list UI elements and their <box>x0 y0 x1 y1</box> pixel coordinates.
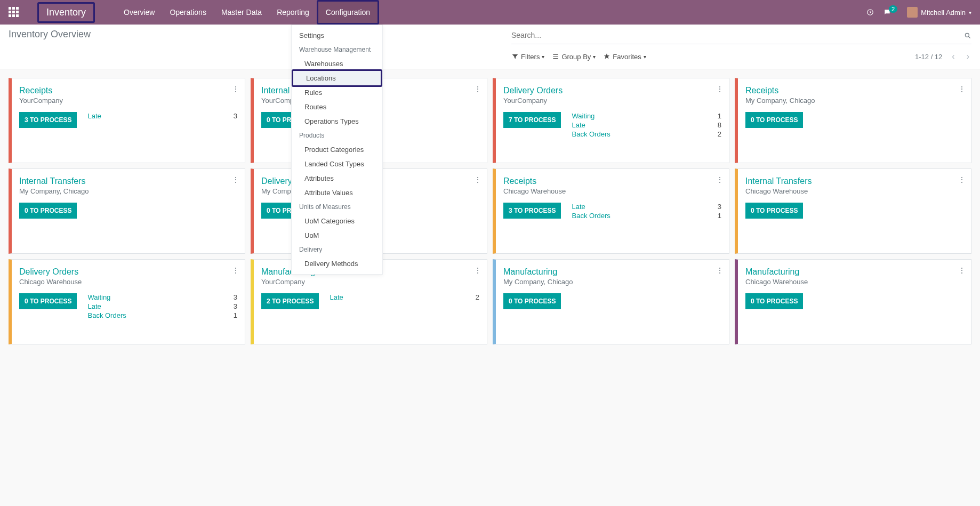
kanban-card[interactable]: ⋮Delivery OrdersYourCompany7 TO PROCESSW… <box>493 78 729 163</box>
stat-count: 1 <box>234 311 237 319</box>
card-menu-icon[interactable]: ⋮ <box>232 85 239 93</box>
stat-label: Late <box>87 112 101 120</box>
stat-count: 2 <box>476 293 479 301</box>
card-menu-icon[interactable]: ⋮ <box>958 175 966 184</box>
kanban-card[interactable]: ⋮ReceiptsChicago Warehouse3 TO PROCESSLa… <box>493 168 729 254</box>
activity-icon[interactable] <box>866 9 874 16</box>
search-input[interactable] <box>511 29 964 42</box>
stat-row[interactable]: Late2 <box>330 293 479 301</box>
stat-count: 3 <box>234 293 237 301</box>
stat-row[interactable]: Late8 <box>572 121 721 129</box>
nav-item-overview[interactable]: Overview <box>116 0 162 25</box>
card-menu-icon[interactable]: ⋮ <box>716 266 724 275</box>
chevron-down-icon: ▾ <box>542 54 544 60</box>
stat-row[interactable]: Late3 <box>572 203 721 211</box>
stat-row[interactable]: Back Orders2 <box>572 130 721 138</box>
favorites-button[interactable]: Favorites ▾ <box>603 53 646 61</box>
card-menu-icon[interactable]: ⋮ <box>232 266 239 275</box>
kanban-card[interactable]: ⋮ReceiptsYourCompany3 TO PROCESSLate3 <box>9 78 245 163</box>
process-button[interactable]: 2 TO PROCESS <box>261 293 319 309</box>
dropdown-item-delivery-methods[interactable]: Delivery Methods <box>292 256 382 271</box>
card-menu-icon[interactable]: ⋮ <box>716 85 724 93</box>
card-title: Internal Transfers <box>745 176 963 186</box>
nav-item-master-data[interactable]: Master Data <box>214 0 269 25</box>
funnel-icon <box>511 53 519 60</box>
pager-next-icon[interactable]: › <box>965 50 971 63</box>
nav-item-reporting[interactable]: Reporting <box>269 0 317 25</box>
process-button[interactable]: 0 TO PROCESS <box>19 293 77 309</box>
stat-label: Late <box>87 302 101 310</box>
brand-title[interactable]: Inventory <box>37 2 95 23</box>
card-company: Chicago Warehouse <box>503 187 721 195</box>
stat-label: Back Orders <box>572 130 610 138</box>
card-menu-icon[interactable]: ⋮ <box>474 266 481 275</box>
process-button[interactable]: 0 TO PROCESS <box>19 203 77 219</box>
stat-row[interactable]: Waiting3 <box>87 293 237 301</box>
stat-label: Waiting <box>87 293 110 301</box>
messaging-icon[interactable]: 2 <box>883 9 897 16</box>
user-name: Mitchell Admin <box>921 9 966 17</box>
chevron-down-icon: ▾ <box>593 54 596 60</box>
dropdown-item-attributes[interactable]: Attributes <box>292 171 382 186</box>
stat-row[interactable]: Late3 <box>87 302 237 310</box>
search-icon[interactable] <box>964 31 971 39</box>
groupby-button[interactable]: Group By ▾ <box>552 53 596 61</box>
process-button[interactable]: 0 TO PROCESS <box>745 112 803 128</box>
card-menu-icon[interactable]: ⋮ <box>958 85 966 93</box>
stat-count: 2 <box>718 130 721 138</box>
dropdown-item-product-categories[interactable]: Product Categories <box>292 142 382 157</box>
kanban-board: ⋮ReceiptsYourCompany3 TO PROCESSLate3⋮In… <box>0 69 980 353</box>
avatar <box>907 7 918 18</box>
stat-row[interactable]: Back Orders1 <box>572 212 721 220</box>
kanban-card[interactable]: ⋮Internal TransfersMy Company, Chicago0 … <box>9 168 245 254</box>
nav-item-operations[interactable]: Operations <box>162 0 213 25</box>
control-panel: Inventory Overview Filters ▾ Group By ▾ … <box>0 25 980 69</box>
user-menu[interactable]: Mitchell Admin ▾ <box>907 7 971 18</box>
kanban-card[interactable]: ⋮Delivery OrdersChicago Warehouse0 TO PR… <box>9 259 245 344</box>
stat-label: Back Orders <box>87 311 126 319</box>
process-button[interactable]: 0 TO PROCESS <box>503 293 561 309</box>
dropdown-header: Warehouse Management <box>292 43 382 57</box>
card-company: Chicago Warehouse <box>745 187 963 195</box>
stat-row[interactable]: Waiting1 <box>572 112 721 120</box>
dropdown-item-locations[interactable]: Locations <box>292 69 382 87</box>
card-menu-icon[interactable]: ⋮ <box>958 266 966 275</box>
dropdown-item-landed-cost-types[interactable]: Landed Cost Types <box>292 157 382 171</box>
kanban-card[interactable]: ⋮ManufacturingChicago Warehouse0 TO PROC… <box>735 259 971 344</box>
stat-count: 1 <box>718 212 721 220</box>
dropdown-item-rules[interactable]: Rules <box>292 85 382 100</box>
kanban-card[interactable]: ⋮ReceiptsMy Company, Chicago0 TO PROCESS <box>735 78 971 163</box>
stat-label: Waiting <box>572 112 595 120</box>
card-company: My Company, Chicago <box>745 97 963 105</box>
card-menu-icon[interactable]: ⋮ <box>474 175 481 184</box>
dropdown-item-warehouses[interactable]: Warehouses <box>292 57 382 71</box>
navbar: Inventory OverviewOperationsMaster DataR… <box>0 0 980 25</box>
apps-icon[interactable] <box>9 7 19 18</box>
nav-item-configuration[interactable]: Configuration <box>317 0 379 25</box>
dropdown-item-attribute-values[interactable]: Attribute Values <box>292 186 382 200</box>
card-title: Manufacturing <box>745 267 963 277</box>
kanban-card[interactable]: ⋮ManufacturingMy Company, Chicago0 TO PR… <box>493 259 729 344</box>
card-stats: Waiting1Late8Back Orders2 <box>572 112 721 138</box>
pager-prev-icon[interactable]: ‹ <box>950 50 957 63</box>
card-menu-icon[interactable]: ⋮ <box>716 175 724 184</box>
card-menu-icon[interactable]: ⋮ <box>474 85 481 93</box>
process-button[interactable]: 0 TO PROCESS <box>745 203 803 219</box>
dropdown-item-uom[interactable]: UoM <box>292 228 382 243</box>
card-stats <box>572 293 721 309</box>
kanban-card[interactable]: ⋮Internal TransfersChicago Warehouse0 TO… <box>735 168 971 254</box>
card-stats <box>814 112 963 128</box>
dropdown-item-settings[interactable]: Settings <box>292 28 382 43</box>
dropdown-item-operations-types[interactable]: Operations Types <box>292 114 382 128</box>
process-button[interactable]: 7 TO PROCESS <box>503 112 561 128</box>
dropdown-item-uom-categories[interactable]: UoM Categories <box>292 214 382 228</box>
stat-row[interactable]: Back Orders1 <box>87 311 237 319</box>
process-button[interactable]: 3 TO PROCESS <box>19 112 77 128</box>
card-menu-icon[interactable]: ⋮ <box>232 175 239 184</box>
filters-button[interactable]: Filters ▾ <box>511 53 544 61</box>
card-company: YourCompany <box>19 97 237 105</box>
stat-row[interactable]: Late3 <box>87 112 237 120</box>
process-button[interactable]: 0 TO PROCESS <box>745 293 803 309</box>
dropdown-item-routes[interactable]: Routes <box>292 100 382 114</box>
process-button[interactable]: 3 TO PROCESS <box>503 203 561 219</box>
